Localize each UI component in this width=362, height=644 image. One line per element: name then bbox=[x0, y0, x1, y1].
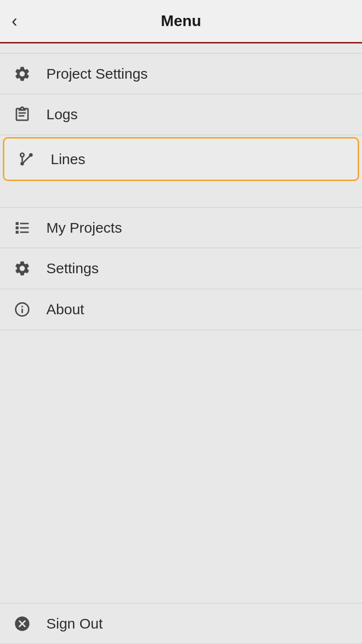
list-icon bbox=[12, 217, 33, 238]
menu-label-my-projects: My Projects bbox=[46, 220, 122, 236]
menu-item-sign-out[interactable]: Sign Out bbox=[0, 603, 362, 644]
info-icon bbox=[12, 299, 33, 320]
clipboard-icon bbox=[12, 104, 33, 125]
lines-icon bbox=[16, 149, 37, 170]
menu-label-settings: Settings bbox=[46, 260, 98, 277]
menu-item-logs[interactable]: Logs bbox=[0, 94, 362, 135]
menu-label-about: About bbox=[46, 301, 84, 318]
close-circle-icon bbox=[12, 613, 33, 634]
settings-gear-icon bbox=[12, 258, 33, 279]
menu-label-logs: Logs bbox=[46, 106, 78, 123]
menu-item-lines[interactable]: Lines bbox=[3, 137, 359, 181]
menu-bottom: Sign Out bbox=[0, 593, 362, 644]
menu-list-bottom: Sign Out bbox=[0, 603, 362, 644]
menu-label-sign-out: Sign Out bbox=[46, 616, 103, 632]
gear-icon bbox=[12, 63, 33, 84]
menu-item-about[interactable]: About bbox=[0, 289, 362, 330]
menu-item-project-settings[interactable]: Project Settings bbox=[0, 53, 362, 94]
menu-item-settings[interactable]: Settings bbox=[0, 248, 362, 289]
back-button[interactable]: ‹ bbox=[12, 13, 17, 30]
header: ‹ Menu bbox=[0, 0, 362, 43]
menu-spacer-1 bbox=[0, 183, 362, 197]
page-title: Menu bbox=[161, 12, 201, 30]
menu-item-my-projects[interactable]: My Projects bbox=[0, 207, 362, 248]
menu-label-lines: Lines bbox=[51, 151, 85, 168]
menu-list-top: Project Settings Logs Line bbox=[0, 53, 362, 181]
page-wrapper: ‹ Menu Project Settings Logs bbox=[0, 0, 362, 644]
svg-point-2 bbox=[20, 153, 24, 157]
menu-list-middle: My Projects Settings About bbox=[0, 207, 362, 330]
menu-label-project-settings: Project Settings bbox=[46, 66, 148, 82]
